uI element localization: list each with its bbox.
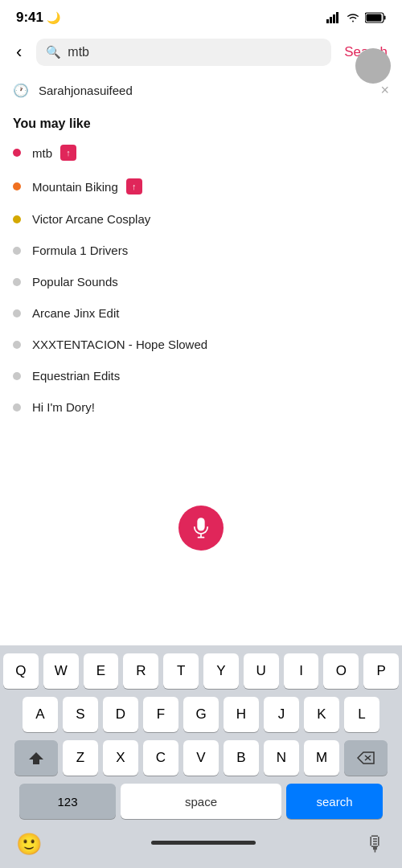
suggestion-item[interactable]: Arcane Jinx Edit <box>0 297 402 329</box>
suggestion-item[interactable]: Hi I'm Dory! <box>0 391 402 423</box>
suggestion-item[interactable]: XXXTENTACION - Hope Slowed <box>0 329 402 360</box>
trending-badge: ↑ <box>60 145 76 161</box>
wifi-icon <box>346 12 360 23</box>
key-b[interactable]: B <box>224 740 259 776</box>
svg-rect-0 <box>326 19 329 23</box>
status-bar: 9:41 🌙 <box>0 0 402 32</box>
key-v[interactable]: V <box>183 740 219 776</box>
search-mag-icon: 🔍 <box>46 45 61 59</box>
key-space[interactable]: space <box>121 784 281 819</box>
svg-rect-6 <box>384 16 386 20</box>
key-shift[interactable] <box>14 740 58 776</box>
clock-icon: 🕐 <box>13 83 29 98</box>
suggestion-dot <box>13 309 21 317</box>
svg-rect-1 <box>330 17 332 23</box>
moon-icon: 🌙 <box>47 11 60 24</box>
microphone-icon <box>190 517 212 539</box>
suggestion-item[interactable]: mtb↑ <box>0 136 402 170</box>
key-g[interactable]: G <box>183 697 219 732</box>
key-e[interactable]: E <box>84 653 119 689</box>
suggestion-label: Formula 1 Drivers <box>32 244 128 257</box>
keyboard-bottom-row: 123 space search <box>3 784 399 819</box>
key-j[interactable]: J <box>264 697 299 732</box>
keyboard-bottom-icons: 🙂 🎙 <box>3 827 399 865</box>
key-x[interactable]: X <box>103 740 138 776</box>
shift-icon <box>28 751 44 765</box>
suggestion-dot <box>13 215 21 223</box>
search-header: ‹ 🔍 mtb Search <box>0 32 402 72</box>
search-input-text: mtb <box>68 45 89 59</box>
key-y[interactable]: Y <box>203 653 239 689</box>
suggestion-label: XXXTENTACION - Hope Slowed <box>32 338 207 351</box>
key-search[interactable]: search <box>286 784 383 819</box>
key-o[interactable]: O <box>323 653 359 689</box>
section-title: You may like <box>0 108 402 136</box>
keyboard-row-1: Q W E R T Y U I O P <box>3 653 399 689</box>
emoji-icon[interactable]: 🙂 <box>16 832 42 857</box>
avatar-area <box>355 48 391 84</box>
suggestion-label: Equestrian Edits <box>32 369 120 383</box>
key-c[interactable]: C <box>143 740 178 776</box>
key-r[interactable]: R <box>123 653 158 689</box>
suggestions-list: mtb↑Mountain Biking↑Victor Arcane Cospla… <box>0 136 402 423</box>
suggestion-dot <box>13 149 21 157</box>
suggestion-item[interactable]: Mountain Biking↑ <box>0 170 402 203</box>
key-backspace[interactable] <box>344 740 388 776</box>
dictation-icon[interactable]: 🎙 <box>365 832 386 857</box>
key-i[interactable]: I <box>284 653 319 689</box>
key-w[interactable]: W <box>43 653 79 689</box>
key-p[interactable]: P <box>363 653 399 689</box>
key-k[interactable]: K <box>304 697 339 732</box>
back-button[interactable]: ‹ <box>10 39 28 66</box>
voice-button[interactable] <box>178 506 224 551</box>
suggestion-label: Hi I'm Dory! <box>32 400 95 414</box>
trending-badge: ↑ <box>126 178 142 194</box>
key-n[interactable]: N <box>264 740 299 776</box>
svg-rect-5 <box>367 14 382 22</box>
suggestion-item[interactable]: Formula 1 Drivers <box>0 235 402 266</box>
key-t[interactable]: T <box>163 653 199 689</box>
key-d[interactable]: D <box>103 697 138 732</box>
key-numeric[interactable]: 123 <box>19 784 116 819</box>
keyboard: Q W E R T Y U I O P A S D F G H J K L Z … <box>0 645 402 868</box>
keyboard-row-2: A S D F G H J K L <box>3 697 399 732</box>
suggestion-dot <box>13 278 21 286</box>
status-icons <box>326 12 386 23</box>
keyboard-row-3: Z X C V B N M <box>3 740 399 776</box>
svg-rect-3 <box>336 12 338 23</box>
recent-search-row: 🕐 Sarahjonasuifeed × <box>0 72 402 108</box>
key-f[interactable]: F <box>143 697 178 732</box>
key-s[interactable]: S <box>63 697 98 732</box>
suggestion-dot <box>13 247 21 255</box>
suggestion-label: Victor Arcane Cosplay <box>32 212 150 226</box>
recent-search-text: Sarahjonasuifeed <box>39 84 371 97</box>
key-z[interactable]: Z <box>63 740 98 776</box>
suggestion-label: mtb↑ <box>32 145 76 161</box>
key-l[interactable]: L <box>344 697 379 732</box>
key-m[interactable]: M <box>304 740 339 776</box>
backspace-icon <box>357 751 375 764</box>
suggestion-dot <box>13 341 21 349</box>
suggestion-label: Mountain Biking↑ <box>32 178 142 194</box>
signal-icon <box>326 12 341 23</box>
avatar <box>355 48 391 84</box>
suggestion-dot <box>13 182 21 190</box>
key-h[interactable]: H <box>224 697 259 732</box>
recent-close-button[interactable]: × <box>380 82 389 99</box>
suggestion-dot <box>13 372 21 380</box>
suggestion-item[interactable]: Victor Arcane Cosplay <box>0 203 402 235</box>
suggestion-item[interactable]: Equestrian Edits <box>0 360 402 391</box>
search-input-wrap[interactable]: 🔍 mtb <box>36 39 331 66</box>
key-q[interactable]: Q <box>3 653 39 689</box>
status-time: 9:41 <box>16 10 43 26</box>
suggestion-label: Arcane Jinx Edit <box>32 306 119 320</box>
home-bar <box>151 841 256 845</box>
key-u[interactable]: U <box>244 653 279 689</box>
suggestion-label: Popular Sounds <box>32 275 118 289</box>
svg-rect-2 <box>333 14 335 23</box>
key-a[interactable]: A <box>23 697 58 732</box>
suggestion-item[interactable]: Popular Sounds <box>0 266 402 297</box>
suggestion-dot <box>13 403 21 411</box>
battery-icon <box>365 12 386 23</box>
svg-marker-7 <box>29 752 43 764</box>
